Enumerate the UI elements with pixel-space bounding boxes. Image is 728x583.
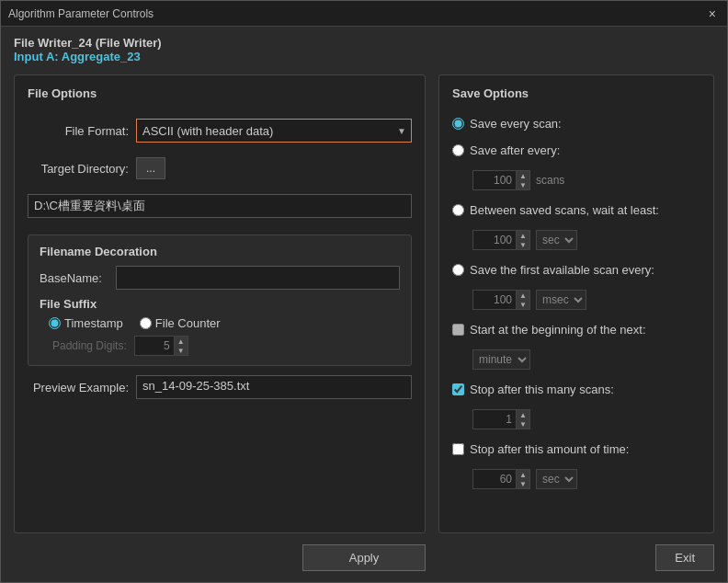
save-options-title: Save Options: [452, 86, 700, 100]
padding-digits-spinner: ▲ ▼: [134, 336, 188, 356]
stop-after-scans-indent: ▲ ▼: [472, 409, 700, 429]
target-dir-row: Target Directory: ...: [28, 157, 412, 179]
save-every-scan-row: Save every scan:: [452, 117, 700, 131]
dir-path-row: [28, 194, 412, 218]
file-options-panel: File Options File Format: ASCII (with he…: [14, 74, 426, 533]
basename-row: BaseName:: [40, 266, 400, 290]
first-available-radio[interactable]: [452, 264, 464, 276]
first-available-label: Save the first available scan every:: [470, 263, 654, 277]
titlebar: Algorithm Parameter Controls ×: [1, 1, 727, 27]
first-available-down-btn: ▼: [517, 300, 529, 309]
save-after-every-label: Save after every:: [470, 143, 560, 157]
stop-after-time-spinner: ▲ ▼: [472, 469, 530, 489]
stop-after-time-up-btn: ▲: [517, 470, 529, 479]
file-counter-radio-item[interactable]: File Counter: [140, 316, 221, 330]
window-title: Algorithm Parameter Controls: [8, 7, 154, 20]
file-format-select-wrapper: ASCII (with header data) Binary CSV: [136, 119, 412, 143]
timestamp-radio[interactable]: [49, 317, 61, 329]
save-after-every-indent: ▲ ▼ scans: [472, 170, 700, 190]
padding-digits-row: Padding Digits: ▲ ▼: [52, 336, 400, 356]
first-available-input: [472, 290, 517, 310]
stop-after-time-checkbox[interactable]: [452, 443, 464, 455]
target-dir-button[interactable]: ...: [136, 157, 165, 179]
file-format-label: File Format:: [28, 124, 129, 138]
start-beginning-unit-select: minute: [472, 349, 530, 370]
footer-right: Exit: [481, 544, 714, 571]
stop-after-time-unit-select: sec: [536, 469, 577, 489]
file-options-title: File Options: [28, 86, 412, 100]
footer: Apply Exit: [1, 533, 727, 582]
between-scans-up-btn: ▲: [517, 231, 529, 240]
stop-after-scans-spinner: ▲ ▼: [472, 409, 530, 429]
start-beginning-label: Start at the beginning of the next:: [470, 323, 646, 337]
stop-after-time-label: Stop after this amount of time:: [470, 442, 629, 456]
close-button[interactable]: ×: [705, 6, 720, 22]
exit-button[interactable]: Exit: [655, 544, 714, 571]
first-available-spinner: ▲ ▼: [472, 290, 530, 310]
start-beginning-checkbox: [452, 324, 464, 336]
between-scans-row: Between saved scans, wait at least:: [452, 203, 700, 217]
save-options-panel: Save Options Save every scan: Save after…: [438, 74, 714, 533]
input-link[interactable]: Aggregate_23: [62, 50, 141, 63]
start-beginning-row: Start at the beginning of the next:: [452, 323, 700, 337]
first-available-unit-select: msec: [536, 290, 586, 310]
save-after-every-row: Save after every:: [452, 143, 700, 157]
filename-decoration-title: Filename Decoration: [40, 245, 400, 258]
save-every-scan-label: Save every scan:: [470, 117, 562, 131]
preview-value: sn_14-09-25-385.txt: [136, 375, 412, 399]
save-after-every-unit: scans: [536, 174, 564, 187]
stop-after-scans-up-btn[interactable]: ▲: [517, 410, 529, 419]
stop-after-scans-label: Stop after this many scans:: [470, 383, 614, 396]
between-scans-input: [472, 230, 517, 250]
save-after-every-radio[interactable]: [452, 144, 464, 156]
footer-center: Apply: [247, 544, 481, 571]
file-counter-label: File Counter: [155, 316, 221, 330]
file-counter-radio[interactable]: [140, 317, 152, 329]
input-prefix: Input A:: [14, 50, 62, 63]
padding-digits-down-button: ▼: [175, 346, 188, 355]
main-window: Algorithm Parameter Controls × File Writ…: [0, 0, 728, 583]
first-available-indent: ▲ ▼ msec: [472, 290, 700, 310]
start-beginning-indent: minute: [472, 349, 700, 370]
stop-after-time-indent: ▲ ▼ sec: [472, 469, 700, 489]
stop-after-time-input: [472, 469, 517, 489]
stop-after-time-down-btn: ▼: [517, 479, 529, 488]
between-scans-down-btn: ▼: [517, 240, 529, 249]
target-dir-label: Target Directory:: [28, 162, 129, 176]
input-line: Input A: Aggregate_23: [14, 50, 714, 63]
stop-after-scans-input[interactable]: [472, 409, 517, 429]
basename-input[interactable]: [116, 266, 400, 290]
header: File Writer_24 (File Writer) Input A: Ag…: [1, 27, 727, 69]
apply-button[interactable]: Apply: [302, 544, 427, 571]
save-after-every-down-btn: ▼: [517, 180, 529, 189]
file-suffix-title: File Suffix: [40, 297, 400, 311]
save-every-scan-radio[interactable]: [452, 118, 464, 130]
save-after-every-input: [472, 170, 517, 190]
timestamp-radio-item[interactable]: Timestamp: [49, 316, 123, 330]
filename-decoration-section: Filename Decoration BaseName: File Suffi…: [28, 234, 412, 366]
timestamp-label: Timestamp: [64, 316, 123, 330]
padding-digits-up-button: ▲: [175, 337, 188, 346]
first-available-row: Save the first available scan every:: [452, 263, 700, 277]
basename-label: BaseName:: [40, 271, 108, 285]
between-scans-radio[interactable]: [452, 204, 464, 216]
save-after-every-up-btn: ▲: [517, 171, 529, 180]
padding-digits-input: [134, 336, 175, 356]
padding-digits-spinner-buttons: ▲ ▼: [175, 336, 188, 356]
stop-after-time-row: Stop after this amount of time:: [452, 442, 700, 456]
dir-path-input[interactable]: [28, 194, 412, 218]
padding-digits-label: Padding Digits:: [52, 339, 127, 352]
file-format-row: File Format: ASCII (with header data) Bi…: [28, 119, 412, 143]
between-scans-spinner: ▲ ▼: [472, 230, 530, 250]
stop-after-scans-row: Stop after this many scans:: [452, 383, 700, 396]
first-available-up-btn: ▲: [517, 291, 529, 300]
stop-after-scans-down-btn[interactable]: ▼: [517, 419, 529, 429]
between-scans-label: Between saved scans, wait at least:: [470, 203, 659, 217]
file-format-select[interactable]: ASCII (with header data) Binary CSV: [136, 119, 412, 143]
preview-row: Preview Example: sn_14-09-25-385.txt: [28, 375, 412, 399]
main-content: File Options File Format: ASCII (with he…: [1, 69, 727, 533]
algorithm-name: File Writer_24 (File Writer): [14, 36, 714, 50]
stop-after-scans-checkbox[interactable]: [452, 383, 464, 395]
save-after-every-spinner: ▲ ▼: [472, 170, 530, 190]
preview-label: Preview Example:: [28, 381, 129, 394]
